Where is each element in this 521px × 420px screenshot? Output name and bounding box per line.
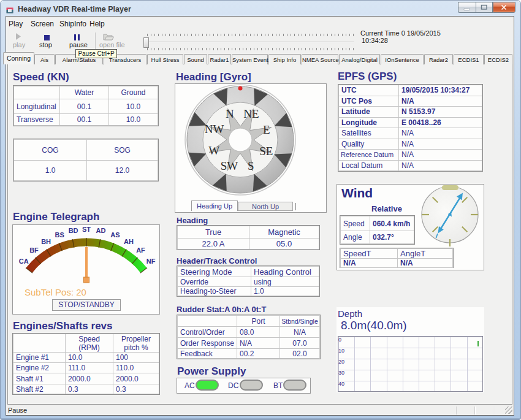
svg-text:AS: AS — [110, 231, 120, 239]
svg-text:SW: SW — [221, 159, 238, 172]
svg-text:E: E — [263, 123, 270, 136]
svg-text:SE: SE — [259, 145, 273, 158]
svg-text:AD: AD — [96, 227, 105, 234]
svg-text:N: N — [226, 107, 234, 120]
svg-text:S: S — [248, 159, 254, 172]
svg-text:BS: BS — [55, 231, 64, 239]
svg-text:AH: AH — [124, 238, 134, 245]
svg-text:AF: AF — [136, 246, 145, 254]
svg-text:BH: BH — [41, 238, 51, 245]
svg-text:BF: BF — [29, 246, 39, 254]
svg-text:NW: NW — [205, 123, 224, 136]
svg-text:W: W — [208, 144, 219, 157]
svg-text:NF: NF — [146, 258, 156, 265]
svg-text:BD: BD — [69, 227, 78, 234]
svg-text:ST: ST — [82, 226, 91, 233]
svg-text:NE: NE — [243, 107, 259, 120]
svg-text:CA: CA — [19, 258, 29, 265]
